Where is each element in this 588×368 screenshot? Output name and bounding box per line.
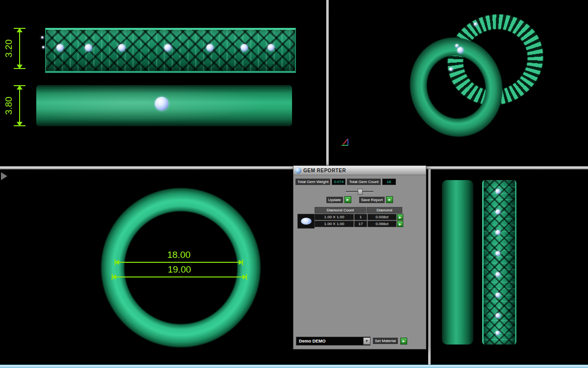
dim-value-inner-diameter: 18.00: [167, 250, 191, 260]
dim-line: [19, 31, 20, 66]
dimension-shank-height: 3.80: [3, 85, 25, 126]
viewport-perspective-view[interactable]: [329, 0, 588, 166]
gem-table: Diamond Count Diamond 1.00 X 1.00 1 0.00…: [297, 207, 422, 227]
axis-y-icon: [342, 145, 348, 146]
panel-slider[interactable]: [346, 189, 373, 194]
total-gem-weight-label: Total Gem Weight: [295, 179, 330, 185]
ring-ornate-band-front: [482, 180, 516, 345]
axis-indicator: [341, 137, 352, 149]
set-material-label: Set Material: [373, 338, 398, 344]
dim-tick: [115, 259, 116, 265]
gem-size-cell: 1.00 X 1.00: [315, 214, 354, 220]
total-gem-count-label: Total Gem Count: [347, 179, 380, 185]
play-icon: ▶: [389, 198, 391, 201]
material-dropdown[interactable]: Demo DEMO ▼: [296, 337, 370, 345]
gem-count-cell: 1: [354, 214, 367, 220]
viewport-divider-vertical-top[interactable]: [326, 0, 329, 166]
save-report-button[interactable]: ▶: [386, 196, 393, 203]
dim-line: [19, 89, 20, 123]
gem-icon: [495, 313, 500, 318]
table-row[interactable]: 1.00 X 1.00 1 0.008ct ▶: [315, 214, 422, 220]
gem-icon: [56, 44, 64, 51]
gem-icon: [495, 251, 500, 256]
gem-reporter-icon: [295, 167, 301, 174]
axis-arrow-icon: [1, 172, 7, 180]
play-icon: ▶: [402, 340, 405, 343]
update-button[interactable]: ▶: [344, 196, 351, 203]
gem-icon: [474, 23, 477, 26]
gem-icon: [457, 47, 464, 53]
header-diamond-count: Diamond Count: [315, 207, 366, 213]
gem-icon: [495, 331, 500, 335]
gem-weight-cell: 0.066ct: [368, 221, 396, 227]
ring-ornate-band-side: [45, 28, 296, 73]
gem-icon: [42, 46, 45, 48]
save-report-label: Save Report: [359, 197, 385, 203]
play-icon: ▶: [346, 198, 349, 201]
update-group: Update ▶: [326, 196, 351, 203]
dimension-inner-diameter: 18.00: [115, 251, 243, 265]
dim-value-shank-height: 3.80: [3, 94, 14, 117]
gem-reporter-panel: GEM REPORTER Total Gem Weight 0.074 Tota…: [293, 165, 426, 349]
dimension-band-height: 3.20: [3, 28, 25, 69]
update-label: Update: [326, 197, 343, 203]
dim-tick: [14, 125, 25, 126]
gem-count-cell: 17: [354, 221, 367, 227]
table-row[interactable]: 1.00 X 1.00 17 0.066ct ▶: [315, 221, 422, 227]
viewport-divider-vertical-bottom[interactable]: [428, 169, 431, 365]
header-diamond: Diamond: [367, 207, 402, 213]
panel-title-bar[interactable]: GEM REPORTER: [294, 166, 426, 175]
dim-tick: [14, 28, 25, 29]
total-gem-count-value: 18: [382, 179, 396, 185]
gem-icon: [455, 44, 459, 47]
gem-icon: [495, 209, 500, 214]
gem-icon: [155, 97, 169, 111]
gem-icon: [495, 230, 500, 235]
gem-icon: [118, 44, 125, 51]
dim-tick: [14, 85, 25, 86]
ring-plain-band-front: [442, 180, 473, 345]
row-select-button[interactable]: ▶: [397, 214, 403, 220]
gem-icon: [206, 44, 214, 51]
dim-line: [118, 262, 240, 263]
dim-tick: [14, 68, 25, 69]
play-icon: ▶: [399, 216, 401, 219]
gem-icon: [495, 272, 500, 277]
viewport-front-view[interactable]: [431, 169, 588, 365]
cad-workspace: 3.20 3.80 18.00: [0, 0, 588, 368]
slider-thumb[interactable]: [358, 189, 363, 195]
dim-tick: [246, 274, 247, 280]
gem-weight-cell: 0.008ct: [368, 214, 396, 220]
save-report-group: Save Report ▶: [359, 196, 393, 203]
viewport-side-view[interactable]: 3.20 3.80: [0, 0, 326, 166]
actions-row: Update ▶ Save Report ▶: [294, 196, 426, 203]
gem-icon: [268, 44, 274, 51]
gem-icon: [241, 44, 248, 51]
diamond-icon: [301, 218, 312, 225]
gem-icon: [164, 44, 172, 51]
set-material-button[interactable]: ▶: [400, 338, 407, 345]
gem-table-header: Diamond Count Diamond: [315, 207, 422, 213]
row-select-button[interactable]: ▶: [397, 221, 403, 227]
chevron-down-icon[interactable]: ▼: [363, 338, 370, 345]
material-dropdown-value: Demo DEMO: [296, 339, 363, 344]
panel-title: GEM REPORTER: [303, 168, 346, 173]
dim-value-band-height: 3.20: [3, 37, 14, 60]
gem-icon: [495, 293, 500, 298]
dim-value-outer-diameter: 19.00: [168, 264, 191, 275]
gem-icon: [85, 44, 92, 51]
totals-row: Total Gem Weight 0.074 Total Gem Count 1…: [295, 179, 424, 185]
dim-tick: [242, 259, 243, 265]
total-gem-weight-value: 0.074: [332, 179, 345, 185]
play-icon: ▶: [399, 223, 401, 226]
dimension-outer-diameter: 19.00: [112, 265, 247, 280]
gem-icon: [495, 189, 500, 194]
material-row: Demo DEMO ▼ Set Material ▶: [296, 337, 423, 345]
gem-size-cell: 1.00 X 1.00: [315, 221, 354, 227]
gem-preview-cell: [297, 214, 315, 229]
status-bar: [0, 365, 588, 368]
dim-line: [115, 276, 244, 277]
gem-icon: [449, 68, 453, 71]
dim-tick: [112, 274, 113, 280]
gem-icon: [41, 36, 44, 39]
